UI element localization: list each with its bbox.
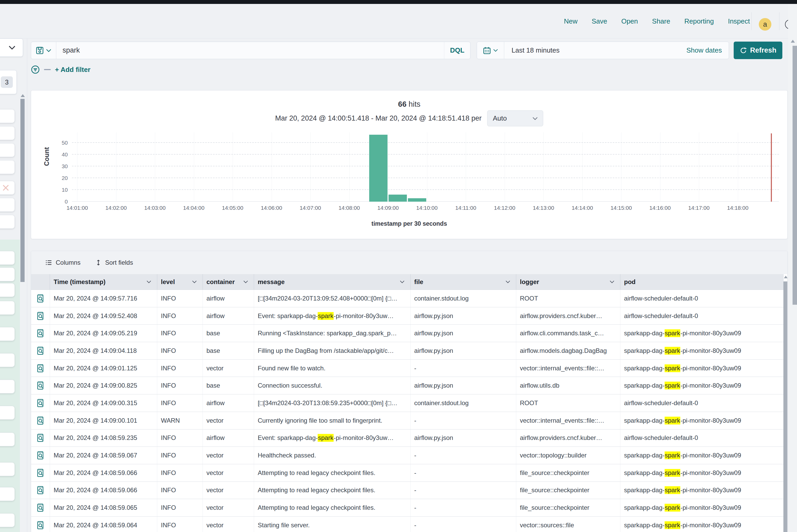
discover-page: New Save Open Share Reporting Inspect a … <box>0 0 797 532</box>
x-tick-label: 14:04:00 <box>175 205 212 211</box>
chart-range-text: Mar 20, 2024 @ 14:00:51.418 - Mar 20, 20… <box>275 114 482 122</box>
cell-time: Mar 20, 2024 @ 14:09:00.101 <box>50 412 157 429</box>
table-scrollbar[interactable] <box>783 281 787 532</box>
histogram-bar[interactable] <box>408 198 426 202</box>
column-header-message[interactable]: message <box>254 274 410 289</box>
y-tick-label: 0 <box>36 198 68 205</box>
cell-message: Event: sparkapp-dag-spark-pi-monitor-80y… <box>254 307 410 325</box>
column-header-pod[interactable]: pod <box>620 274 784 289</box>
nav-save[interactable]: Save <box>592 17 607 25</box>
refresh-label: Refresh <box>750 46 777 54</box>
close-icon <box>0 181 14 194</box>
cell-container: vector <box>203 412 254 429</box>
field-card <box>0 301 15 315</box>
cell-time: Mar 20, 2024 @ 14:08:59.066 <box>50 464 157 481</box>
date-quick-select-button[interactable] <box>477 42 504 59</box>
field-card-remove[interactable] <box>0 181 15 195</box>
column-header-label: level <box>161 278 175 286</box>
inspect-document-icon <box>37 469 44 477</box>
chevron-down-icon[interactable] <box>400 280 405 283</box>
sidebar-collapse-button[interactable] <box>0 38 23 57</box>
column-header-time[interactable]: Time (timestamp) <box>50 274 157 289</box>
column-header-logger[interactable]: logger <box>516 274 620 289</box>
expand-document-button[interactable] <box>31 464 50 481</box>
histogram-bar[interactable] <box>369 135 388 202</box>
chevron-down-icon[interactable] <box>243 280 248 283</box>
y-tick-label: 30 <box>36 163 68 170</box>
y-gridline <box>72 189 779 190</box>
chevron-down-icon[interactable] <box>192 280 197 283</box>
expand-column-header <box>31 274 50 289</box>
sidebar-scroll-up-icon[interactable] <box>21 94 25 97</box>
cell-time: Mar 20, 2024 @ 14:09:52.408 <box>50 307 157 325</box>
refresh-button[interactable]: Refresh <box>734 42 782 59</box>
sort-fields-button[interactable]: Sort fields <box>95 259 133 266</box>
cell-container: vector <box>203 447 254 464</box>
y-tick-label: 50 <box>36 140 68 146</box>
chevron-down-icon[interactable] <box>147 280 151 283</box>
expand-document-button[interactable] <box>31 395 50 412</box>
expand-document-button[interactable] <box>31 325 50 342</box>
columns-button[interactable]: Columns <box>45 259 80 266</box>
show-dates-button[interactable]: Show dates <box>686 46 729 54</box>
nav-reporting[interactable]: Reporting <box>684 17 714 25</box>
interval-select[interactable]: Auto <box>487 110 543 126</box>
table-scroll-up-icon[interactable] <box>784 276 787 278</box>
field-card <box>0 268 15 281</box>
cell-logger: file_source::checkpointer <box>516 464 620 481</box>
field-card <box>0 513 15 527</box>
cell-message: [□[34m2024-03-20T13:08:59.235+0000□[0m] … <box>254 395 410 412</box>
x-axis-title: timestamp per 30 seconds <box>31 220 787 227</box>
chevron-down-icon[interactable] <box>610 280 614 283</box>
inspect-document-icon <box>37 503 44 512</box>
cell-pod: sparkapp-dag-spark-pi-monitor-80y3uw09 <box>620 412 784 429</box>
nav-share[interactable]: Share <box>652 17 670 25</box>
x-tick-label: 14:01:00 <box>59 205 95 211</box>
cell-logger: airflow.cli.commands.task_c… <box>516 325 620 342</box>
saved-query-menu-button[interactable] <box>31 42 56 59</box>
nav-inspect[interactable]: Inspect <box>728 17 750 25</box>
page-scroll-up-icon[interactable] <box>791 40 795 43</box>
table-row: Mar 20, 2024 @ 14:09:00.825 INFO base Co… <box>31 377 784 395</box>
expand-document-button[interactable] <box>31 307 50 325</box>
cell-time: Mar 20, 2024 @ 14:08:59.067 <box>50 447 157 464</box>
avatar[interactable]: a <box>759 18 771 31</box>
expand-document-button[interactable] <box>31 377 50 394</box>
expand-document-button[interactable] <box>31 482 50 499</box>
chevron-down-icon[interactable] <box>505 280 510 283</box>
cell-container: vector <box>203 360 254 377</box>
expand-document-button[interactable] <box>31 290 50 307</box>
column-header-level[interactable]: level <box>157 274 203 289</box>
y-axis-ticks: 01020304050 <box>31 132 68 202</box>
cell-logger: vector::topology::builder <box>516 447 620 464</box>
nav-new[interactable]: New <box>564 17 577 25</box>
search-input[interactable] <box>56 42 444 59</box>
add-filter-button[interactable]: + Add filter <box>55 65 91 74</box>
expand-document-button[interactable] <box>31 412 50 429</box>
nav-open[interactable]: Open <box>621 17 638 25</box>
filter-icon[interactable] <box>31 65 40 74</box>
expand-document-button[interactable] <box>31 447 50 464</box>
table-row: Mar 20, 2024 @ 14:09:00.315 INFO airflow… <box>31 395 784 412</box>
sidebar-scrollbar[interactable] <box>20 99 24 282</box>
time-range-value[interactable]: Last 18 minutes <box>504 46 686 54</box>
column-header-file[interactable]: file <box>410 274 516 289</box>
expand-document-button[interactable] <box>31 360 50 377</box>
cell-container: airflow <box>203 307 254 325</box>
y-gridline <box>72 142 779 143</box>
query-language-button[interactable]: DQL <box>444 42 470 59</box>
column-header-container[interactable]: container <box>203 274 254 289</box>
expand-document-button[interactable] <box>31 499 50 516</box>
sort-fields-label: Sort fields <box>105 259 133 266</box>
cell-container: base <box>203 377 254 394</box>
page-scrollbar[interactable] <box>793 46 797 305</box>
field-card <box>0 327 15 341</box>
x-tick-label: 14:05:00 <box>214 205 251 211</box>
expand-document-button[interactable] <box>31 342 50 359</box>
expand-document-button[interactable] <box>31 517 50 532</box>
cell-pod: sparkapp-dag-spark-pi-monitor-80y3uw09 <box>620 464 784 481</box>
cell-level: INFO <box>157 430 203 447</box>
cell-logger: ROOT <box>516 290 620 307</box>
histogram-bar[interactable] <box>389 195 407 202</box>
expand-document-button[interactable] <box>31 430 50 447</box>
